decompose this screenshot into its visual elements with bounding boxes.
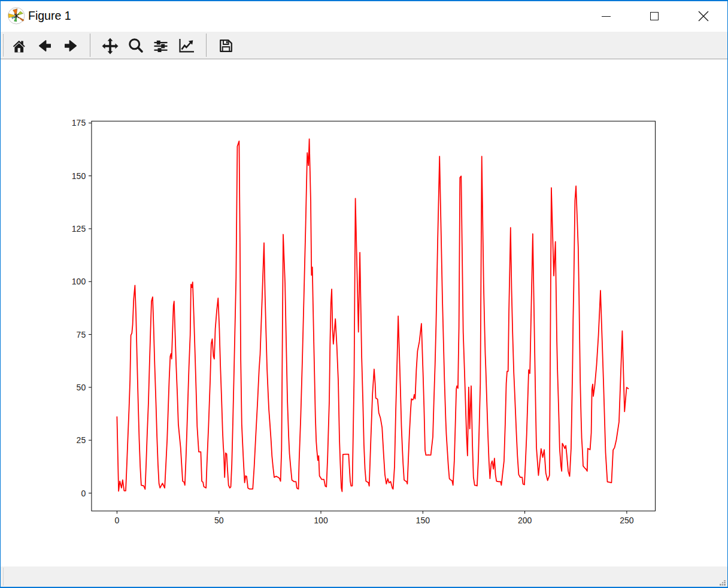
svg-text:150: 150: [72, 171, 86, 181]
svg-text:50: 50: [77, 383, 86, 392]
svg-text:100: 100: [72, 277, 86, 286]
svg-text:0: 0: [81, 489, 86, 498]
svg-text:125: 125: [72, 224, 86, 234]
svg-text:175: 175: [72, 118, 86, 128]
svg-text:75: 75: [77, 330, 86, 340]
svg-text:0: 0: [115, 516, 120, 525]
svg-text:100: 100: [314, 516, 328, 525]
svg-text:25: 25: [77, 435, 86, 445]
svg-text:200: 200: [518, 516, 532, 525]
svg-text:250: 250: [620, 516, 634, 525]
svg-text:50: 50: [214, 516, 224, 525]
svg-text:150: 150: [416, 516, 430, 525]
